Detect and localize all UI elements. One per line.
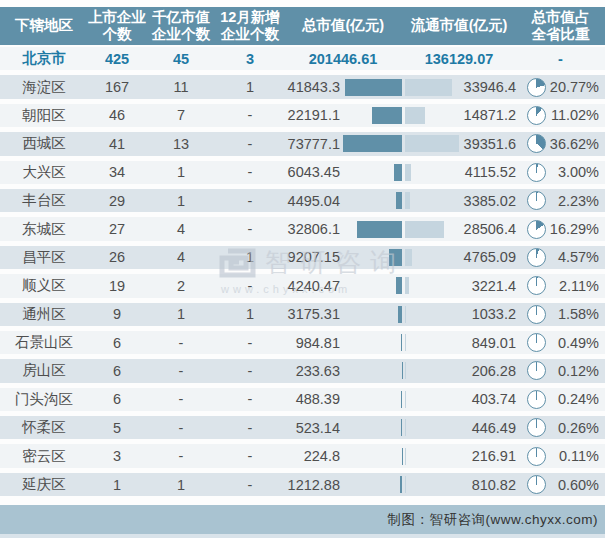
table-row-district: 门头沟区 6 - - 488.39 403.74 0.24% (0, 388, 605, 411)
listed-count-cell: 1 (88, 477, 146, 493)
total-market-value: 4495.04 (284, 193, 343, 209)
total-market-value: 3175.31 (284, 306, 343, 322)
circulating-market-value-cell: 1033.2 (402, 306, 516, 323)
circulating-market-value-cell: 206.28 (402, 362, 516, 379)
december-new-count-cell: 3 (216, 51, 284, 67)
hundred-billion-count-cell: 4 (146, 249, 216, 265)
statistics-table-image: 下辖地区 上市企业 个数 千亿市值 企业个数 12月新增 企业个数 总市值(亿元… (0, 0, 605, 538)
column-header-text: 企业个数 (152, 26, 210, 44)
circulating-value-bar (405, 107, 425, 124)
column-header-province-share: 总市值占 全省比重 (516, 7, 605, 45)
circulating-market-value: 28506.4 (462, 221, 516, 237)
total-value-bar (372, 107, 402, 124)
region-cell: 通州区 (0, 305, 88, 324)
table-row-district: 东城区 27 4 - 32806.1 28506.4 16.29% (0, 217, 605, 240)
listed-count-cell: 6 (88, 391, 146, 407)
column-header-text: 总市值(亿元) (302, 17, 384, 35)
december-new-count-cell: - (216, 193, 284, 209)
column-header-text: 下辖地区 (15, 17, 73, 35)
listed-count-cell: 425 (88, 51, 146, 67)
hundred-billion-count-cell: - (146, 420, 216, 436)
column-header-text: 流通市值(亿元) (411, 17, 508, 35)
circulating-market-value-cell: 849.01 (402, 334, 516, 351)
total-market-value-cell: 488.39 (284, 391, 402, 408)
table-row-summary-beijing: 北京市 425 45 3 201446.61 136129.07 - (0, 47, 605, 70)
province-share-cell: - (516, 51, 605, 67)
region-cell: 北京市 (0, 49, 88, 68)
pie-wedge-icon (527, 78, 546, 97)
column-header-hundred-billion-count: 千亿市值 企业个数 (146, 7, 216, 45)
pie-wedge-icon (527, 361, 546, 380)
total-value-bar-track (343, 277, 402, 294)
listed-count-cell: 19 (88, 278, 146, 294)
region-cell: 怀柔区 (0, 418, 88, 437)
circulating-market-value-cell: 39351.6 (402, 135, 516, 152)
province-share-value: 20.77% (546, 79, 605, 95)
december-new-count-cell: - (216, 477, 284, 493)
circulating-value-bar-track (405, 135, 462, 152)
total-market-value-cell: 201446.61 (284, 51, 402, 67)
province-share-cell: 0.49% (516, 333, 605, 352)
circulating-value-bar-track (405, 476, 462, 493)
circulating-value-bar (405, 391, 406, 408)
circulating-value-bar (405, 135, 459, 152)
circulating-value-bar-track (405, 362, 462, 379)
table-header-row: 下辖地区 上市企业 个数 千亿市值 企业个数 12月新增 企业个数 总市值(亿元… (0, 7, 605, 45)
december-new-count-cell: - (216, 164, 284, 180)
province-share-value: 36.62% (546, 136, 605, 152)
total-market-value-cell: 3175.31 (284, 306, 402, 323)
province-share-value: 0.12% (546, 363, 605, 379)
circulating-value-bar (405, 306, 406, 323)
hundred-billion-count-cell: 1 (146, 477, 216, 493)
circulating-market-value-cell: 216.91 (402, 448, 516, 465)
pie-wedge-icon (527, 220, 546, 239)
total-market-value-cell: 233.63 (284, 362, 402, 379)
column-header-text: 上市企业 (88, 9, 146, 27)
pie-wedge-icon (527, 106, 546, 125)
table-row-district: 大兴区 34 1 - 6043.45 4115.52 3.00% (0, 161, 605, 184)
circulating-market-value: 810.82 (462, 477, 516, 493)
province-share-value: 0.11% (546, 448, 605, 464)
region-cell: 昌平区 (0, 248, 88, 267)
december-new-count-cell: - (216, 221, 284, 237)
pie-wedge-icon (527, 447, 546, 466)
bottom-strip (0, 534, 605, 538)
column-header-listed-count: 上市企业 个数 (88, 7, 146, 45)
circulating-market-value-cell: 810.82 (402, 476, 516, 493)
circulating-value-bar-track (405, 448, 462, 465)
circulating-value-bar (405, 164, 411, 181)
circulating-value-bar-track (405, 249, 462, 266)
december-new-count-cell: - (216, 136, 284, 152)
listed-count-cell: 167 (88, 79, 146, 95)
table-body: 北京市 425 45 3 201446.61 136129.07 - 海淀区 1… (0, 47, 605, 501)
table-footer: 制图：智研咨询(www.chyxx.com) (0, 505, 605, 534)
pie-wedge-icon (527, 305, 546, 324)
listed-count-cell: 26 (88, 249, 146, 265)
province-share-cell: 4.57% (516, 248, 605, 267)
december-new-count-cell: - (216, 391, 284, 407)
total-value-bar-track (343, 419, 402, 436)
pie-wedge-icon (527, 191, 546, 210)
region-cell: 门头沟区 (0, 390, 88, 409)
column-header-text: 总市值占 (532, 9, 590, 27)
circulating-value-bar-track (405, 79, 462, 96)
province-share-value: 1.58% (546, 306, 605, 322)
december-new-count-cell: 1 (216, 249, 284, 265)
listed-count-cell: 46 (88, 107, 146, 123)
december-new-count-cell: - (216, 335, 284, 351)
province-share-cell: 11.02% (516, 106, 605, 125)
region-cell: 大兴区 (0, 163, 88, 182)
circulating-market-value: 3385.02 (462, 193, 516, 209)
table-row-district: 海淀区 167 11 1 41843.3 33946.4 20.77% (0, 75, 605, 98)
total-value-bar-track (343, 362, 402, 379)
circulating-market-value-cell: 136129.07 (402, 51, 516, 67)
province-share-cell: 3.00% (516, 163, 605, 182)
province-share-cell: 1.58% (516, 305, 605, 324)
column-header-circulating-market-value: 流通市值(亿元) (402, 7, 516, 45)
column-header-text: 全省比重 (532, 26, 590, 44)
total-value-bar-track (343, 391, 402, 408)
december-new-count-cell: - (216, 278, 284, 294)
hundred-billion-count-cell: 11 (146, 79, 216, 95)
circulating-value-bar-track (405, 277, 462, 294)
total-value-bar-track (343, 476, 402, 493)
